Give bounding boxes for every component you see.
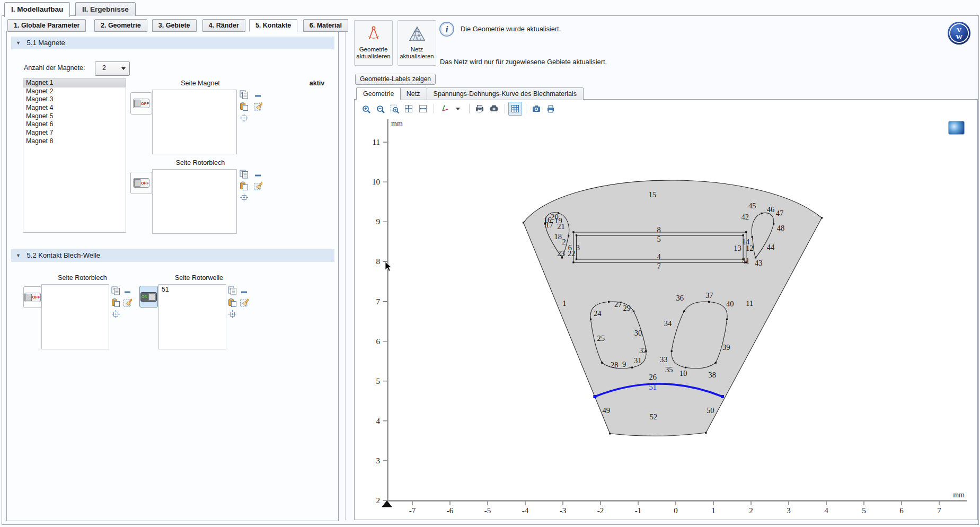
graphics-toolbar [359,102,558,115]
update-geometry-button[interactable]: Geometrie aktualisieren [354,20,393,66]
x-tick-label: -1 [635,506,642,515]
collapse-triangle-icon: ▼ [16,249,21,262]
remove-icon[interactable] [253,171,262,180]
print-button[interactable] [544,102,558,116]
zoom-extents-button[interactable] [402,102,416,116]
remove-icon[interactable] [240,287,249,296]
toggle-kontakt-rotorwelle[interactable]: ON [139,286,158,308]
view-tab-3[interactable]: Spannungs-Dehnungs-Kurve des Blechmateri… [427,87,584,100]
pan-button[interactable] [416,102,430,116]
tab-modellaufbau[interactable]: I. Modellaufbau [4,2,70,17]
tab-ergebnisse[interactable]: II. Ergebnisse [75,2,136,16]
geometry-plot[interactable]: 234567891011-7-6-5-4-3-2-101234567mmmm15… [355,116,976,519]
selection-list-kontakt-rotorwelle[interactable]: 51 [158,284,226,349]
copy-image-button[interactable] [487,102,501,116]
edge-label: 43 [755,259,763,267]
edge-label: 15 [649,190,657,199]
copy-icon[interactable] [240,170,249,179]
selected-edge-endpoint [593,395,596,398]
edge-label: 50 [707,406,714,415]
edge-label: 4 [657,252,661,261]
anzahl-label: Anzahl der Magnete: [24,64,85,72]
edge-label: 17 [545,221,553,229]
magnet-list-item[interactable]: Magnet 7 [23,129,126,137]
selection-list-kontakt-rotorblech[interactable] [41,284,109,349]
view-tab-1[interactable]: Geometrie [356,87,401,100]
edge-label: 39 [722,343,730,352]
show-geometry-labels-button[interactable]: Geometrie-Labels zeigen [355,74,436,85]
zoom-to-selection-icon[interactable] [240,193,249,202]
zoom-out-button[interactable] [373,102,387,116]
magnet-list-item[interactable]: Magnet 2 [23,87,126,96]
left-tab-4[interactable]: 4. Ränder [202,19,245,32]
button-label: Netz aktualisieren [398,46,436,60]
group-label-seite-rotorblech: Seite Rotorblech [161,159,240,166]
magnet-list-item[interactable]: Magnet 4 [23,104,126,112]
selection-list-seite-rotorblech[interactable] [152,169,237,234]
magnet-list-item[interactable]: Magnet 3 [23,95,126,104]
left-tab-1[interactable]: 1. Globale Parameter [7,19,86,32]
grid-toggle-button[interactable] [508,102,522,116]
anzahl-dropdown[interactable]: 2 [95,62,130,76]
remove-icon[interactable] [123,287,132,296]
copy-icon[interactable] [240,90,249,99]
left-tab-3[interactable]: 3. Gebiete [152,19,197,32]
left-tab-6[interactable]: 6. Material [303,19,348,32]
edge-label: 13 [734,244,741,252]
paste-icon[interactable] [240,102,249,111]
clear-selection-icon[interactable] [240,298,249,307]
toggle-seite-magnet[interactable]: OFF [130,92,152,115]
section-header-kontakt[interactable]: ▼ 5.2 Kontakt Blech-Welle [11,249,334,262]
magnet-list-item[interactable]: Magnet 8 [23,137,126,146]
edge-label: 1 [562,299,566,308]
pane-splitter[interactable] [345,32,346,520]
magnet-list-item[interactable]: Magnet 5 [23,112,126,121]
view-tab-2[interactable]: Netz [400,87,427,100]
zoom-box-button[interactable] [387,102,401,116]
y-tick-label: 5 [376,377,381,385]
note-message: Das Netz wird nur für zugewiesene Gebiet… [440,58,607,66]
clear-selection-icon[interactable] [253,102,262,111]
copy-icon[interactable] [111,286,120,295]
x-tick-label: -5 [484,506,491,515]
paste-icon[interactable] [228,298,237,307]
zoom-to-selection-icon[interactable] [228,310,237,319]
toggle-kontakt-rotorblech[interactable]: OFF [23,286,41,308]
paste-icon[interactable] [240,181,249,190]
remove-icon[interactable] [253,91,262,100]
y-tick-label: 4 [376,417,381,425]
svg-text:V: V [957,27,962,34]
go-to-view-button[interactable] [437,102,451,116]
edge-label: 31 [634,356,642,365]
selection-list-seite-magnet[interactable] [152,90,237,154]
rotor-sector[interactable] [524,180,822,436]
edge-label: 23 [557,249,565,258]
paste-icon[interactable] [111,298,120,307]
clear-selection-icon[interactable] [253,181,262,190]
left-tab-5[interactable]: 5. Kontakte [249,19,297,32]
x-tick-label: 7 [937,506,941,515]
zoom-to-selection-icon[interactable] [111,310,120,319]
left-tab-2[interactable]: 2. Geometrie [94,19,147,32]
update-mesh-button[interactable]: Netz aktualisieren [398,20,436,66]
geometry-vertex [609,433,611,434]
edge-label: 28 [611,361,619,369]
copy-icon[interactable] [228,286,237,295]
magnet-list[interactable]: Magnet 1Magnet 2Magnet 3Magnet 4Magnet 5… [23,78,126,233]
zoom-to-selection-icon[interactable] [240,113,249,122]
toggle-knob [134,100,140,107]
zoom-in-button[interactable] [359,102,373,116]
view-dropdown-caret[interactable] [452,102,465,116]
section-title: 5.1 Magnete [27,39,65,47]
edge-label: 12 [746,244,754,252]
geometry-vertex [568,235,569,236]
clear-selection-icon[interactable] [123,298,132,307]
print-preview-button[interactable] [473,102,487,116]
snapshot-button[interactable] [529,102,543,116]
toggle-seite-rotorblech[interactable]: OFF [130,172,152,194]
magnet-list-item[interactable]: Magnet 6 [23,120,126,129]
selected-edge-entry[interactable]: 51 [162,286,169,293]
section-header-magnete[interactable]: ▼ 5.1 Magnete [11,37,334,49]
x-tick-label: 6 [899,506,904,515]
magnet-list-item[interactable]: Magnet 1 [23,79,126,87]
